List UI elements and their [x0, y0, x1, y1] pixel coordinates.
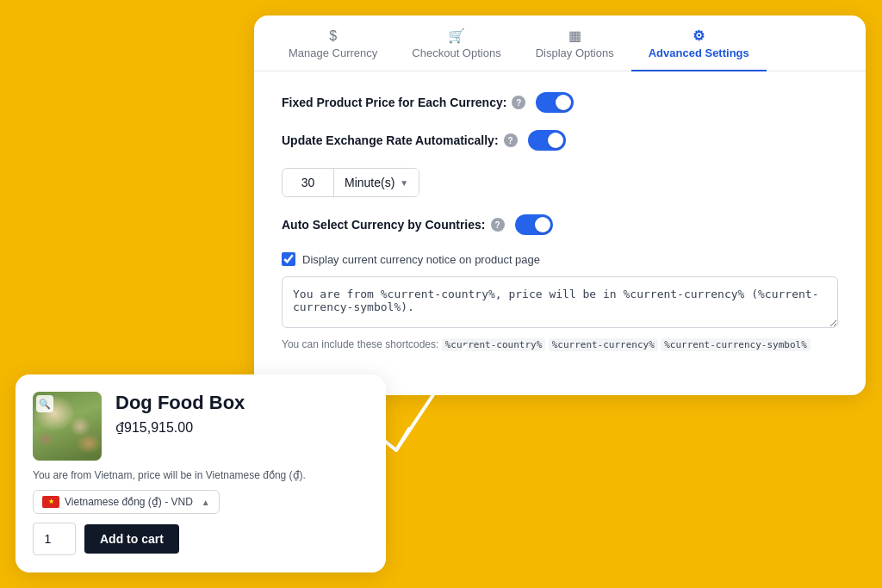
shortcode-currency: %current-currency% — [549, 338, 658, 351]
fixed-price-label-group: Fixed Product Price for Each Currency: ? — [282, 96, 525, 109]
tab-manage-currency-label: Manage Currency — [289, 46, 377, 59]
shortcode-symbol: %current-currency-symbol% — [661, 338, 811, 351]
settings-content: Fixed Product Price for Each Currency: ?… — [254, 71, 866, 371]
exchange-rate-row: Update Exchange Rate Automatically: ? — [282, 130, 838, 151]
fixed-price-help-icon[interactable]: ? — [512, 96, 525, 109]
quantity-input[interactable] — [33, 523, 76, 555]
tab-manage-currency[interactable]: $ Manage Currency — [271, 15, 394, 71]
minutes-input-group: 30 Minute(s) ▼ — [282, 168, 419, 197]
tab-checkout-options[interactable]: 🛒 Checkout Options — [394, 15, 518, 71]
product-info: Dog Food Box ₫915,915.00 — [115, 392, 369, 439]
product-price: ₫915,915.00 — [115, 419, 369, 436]
product-title: Dog Food Box — [115, 392, 369, 414]
gear-icon: ⚙ — [693, 29, 705, 43]
minutes-unit-select[interactable]: Minute(s) ▼ — [334, 169, 419, 196]
notice-textarea[interactable]: You are from %current-country%, price wi… — [282, 276, 838, 328]
currency-chevron-icon: ▲ — [202, 498, 210, 507]
add-to-cart-row: Add to cart — [33, 523, 369, 555]
fixed-price-toggle-slider — [536, 92, 574, 113]
tab-advanced-settings[interactable]: ⚙ Advanced Settings — [631, 15, 767, 71]
display-notice-checkbox[interactable] — [282, 252, 295, 266]
vn-flag-icon — [42, 496, 59, 508]
currency-name: Vietnamese đồng (₫) - VND — [65, 496, 193, 508]
shortcode-country: %current-country% — [442, 338, 546, 351]
auto-select-help-icon[interactable]: ? — [491, 218, 505, 232]
tab-checkout-options-label: Checkout Options — [412, 46, 500, 59]
add-to-cart-button[interactable]: Add to cart — [84, 524, 179, 554]
auto-select-label: Auto Select Currency by Countries: — [282, 218, 486, 232]
exchange-rate-label: Update Exchange Rate Automatically: — [282, 133, 499, 147]
product-card: 🔍 Dog Food Box ₫915,915.00 You are from … — [16, 374, 386, 573]
fixed-price-label: Fixed Product Price for Each Currency: — [282, 96, 506, 109]
fixed-price-toggle[interactable] — [536, 92, 574, 113]
tabs-container: $ Manage Currency 🛒 Checkout Options ▦ D… — [254, 15, 866, 71]
exchange-rate-toggle[interactable] — [528, 130, 566, 151]
auto-select-toggle[interactable] — [515, 214, 553, 235]
tab-display-options[interactable]: ▦ Display Options — [519, 15, 631, 71]
dollar-icon: $ — [329, 29, 337, 43]
minutes-number[interactable]: 30 — [283, 169, 334, 196]
auto-select-label-group: Auto Select Currency by Countries: ? — [282, 218, 505, 232]
exchange-rate-help-icon[interactable]: ? — [504, 133, 518, 147]
product-top: 🔍 Dog Food Box ₫915,915.00 — [33, 392, 369, 461]
auto-select-toggle-slider — [515, 214, 553, 235]
display-icon: ▦ — [568, 29, 581, 43]
shortcodes-intro: You can include these shortcodes: — [282, 338, 438, 350]
minutes-unit-label: Minute(s) — [345, 176, 394, 189]
minutes-row: 30 Minute(s) ▼ — [282, 168, 838, 197]
exchange-rate-label-group: Update Exchange Rate Automatically: ? — [282, 133, 518, 147]
exchange-rate-toggle-slider — [528, 130, 566, 151]
settings-card: $ Manage Currency 🛒 Checkout Options ▦ D… — [254, 15, 866, 395]
shortcodes-hint: You can include these shortcodes: %curre… — [282, 338, 838, 350]
cart-icon: 🛒 — [448, 29, 465, 43]
minutes-chevron-icon: ▼ — [400, 178, 408, 188]
product-image: 🔍 — [33, 392, 102, 461]
product-notice: You are from Vietnam, price will be in V… — [33, 469, 369, 481]
display-notice-label: Display current currency notice on produ… — [302, 253, 540, 266]
currency-selector[interactable]: Vietnamese đồng (₫) - VND ▲ — [33, 490, 220, 514]
tab-display-options-label: Display Options — [536, 46, 614, 59]
display-notice-checkbox-row: Display current currency notice on produ… — [282, 252, 838, 266]
magnify-icon[interactable]: 🔍 — [36, 395, 53, 412]
auto-select-row: Auto Select Currency by Countries: ? — [282, 214, 838, 235]
tab-advanced-settings-label: Advanced Settings — [649, 46, 749, 59]
fixed-price-row: Fixed Product Price for Each Currency: ? — [282, 92, 838, 113]
